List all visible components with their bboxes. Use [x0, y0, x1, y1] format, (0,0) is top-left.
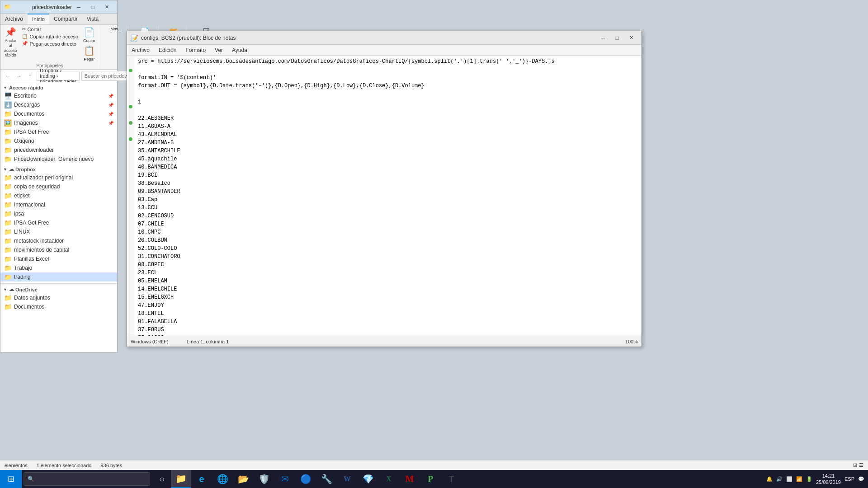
sidebar-item-metastock[interactable]: 📁 metastock instaaldor: [0, 236, 117, 245]
sidebar-item-eticket[interactable]: 📁 eticket: [0, 191, 117, 200]
documentos-icon: 📁: [4, 110, 11, 117]
tab-vista[interactable]: Vista: [82, 14, 103, 24]
ribbon-pegar-acceso-btn[interactable]: 📌 Pegar acceso directo: [20, 40, 80, 47]
sidebar-item-trading[interactable]: 📁 trading: [0, 272, 117, 282]
notepad-close-button[interactable]: ✕: [624, 32, 638, 44]
sidebar-item-documentos[interactable]: 📁 Documentos 📌: [0, 109, 117, 118]
sidebar-item-planillas[interactable]: 📁 Planillas Excel: [0, 254, 117, 263]
notepad-restore-button[interactable]: □: [610, 32, 624, 44]
close-button[interactable]: ✕: [100, 1, 113, 14]
internacional-label: Internacional: [14, 202, 113, 208]
taskbar-cortana[interactable]: ○: [154, 470, 170, 488]
minimize-button[interactable]: ─: [72, 1, 85, 14]
ipsa-icon: 📁: [4, 210, 11, 217]
linux-label: LINUX: [14, 229, 113, 235]
movimientos-label: movimientos de capital: [14, 247, 113, 253]
sidebar-item-trabajo[interactable]: 📁 Trabajo: [0, 263, 117, 272]
sidebar-item-actualizador[interactable]: 📁 actualizador perl original: [0, 173, 117, 182]
dropbox-header[interactable]: ▼ ☁ Dropbox: [0, 165, 117, 173]
taskbar-fileexplorer[interactable]: 📁: [171, 470, 191, 488]
mover-btn[interactable]: Mov...: [108, 26, 123, 32]
taskbar-app9[interactable]: 💎: [358, 470, 378, 488]
planillas-label: Planillas Excel: [14, 256, 113, 262]
quick-access-section: ▼ Acceso rápido 🖥️ Escritorio 📌 ⬇️ Desca…: [0, 84, 117, 164]
sidebar-item-datos-adjuntos[interactable]: 📁 Datos adjuntos: [0, 293, 117, 302]
sidebar-item-linux[interactable]: 📁 LINUX: [0, 227, 117, 236]
explorer-ribbon: Archivo Inicio Compartir Vista 📌 Anclar …: [0, 14, 117, 70]
taskbar-mail[interactable]: ✉: [275, 470, 295, 488]
sidebar-item-ipsa[interactable]: 📁 ipsa: [0, 209, 117, 218]
sidebar-item-pricedownloader-generic[interactable]: 📁 PriceDownloader_Generic nuevo: [0, 155, 117, 164]
notepad-icon: 📝: [131, 34, 138, 42]
taskbar-time[interactable]: 14:21 25/06/2019: [816, 473, 841, 486]
documentos-od-label: Documentos: [14, 304, 113, 310]
forward-button[interactable]: →: [14, 71, 24, 81]
sidebar-item-escritorio[interactable]: 🖥️ Escritorio 📌: [0, 91, 117, 100]
pricedownloader-label: pricedownloader: [14, 147, 113, 153]
taskbar-apps: ○ 📁 e 🌐 📂 🛡️ ✉ 🔵 🔧 W 💎: [154, 470, 461, 488]
onedrive-header[interactable]: ▼ ☁ OneDrive: [0, 286, 117, 293]
list-view-btn[interactable]: ☰: [859, 462, 863, 468]
status-selected: 1 elemento seleccionado: [37, 463, 92, 468]
menu-formato[interactable]: Formato: [181, 46, 210, 54]
taskbar-app12[interactable]: P: [420, 470, 440, 488]
tab-inicio[interactable]: Inicio: [28, 14, 49, 24]
start-button[interactable]: ⊞: [0, 470, 22, 488]
menu-edicion[interactable]: Edición: [154, 46, 181, 54]
taskbar-security[interactable]: 🛡️: [254, 470, 274, 488]
taskbar-excel[interactable]: X: [379, 470, 399, 488]
status-encoding: Windows (CRLF): [131, 339, 169, 344]
menu-ayuda[interactable]: Ayuda: [227, 46, 252, 54]
ribbon-copiar-btn[interactable]: 📄 Copiar: [81, 26, 97, 44]
ribbon-anclar-btn[interactable]: 📌 Anclar alacceso rápido: [2, 26, 19, 62]
taskbar-explorer2[interactable]: 📂: [233, 470, 253, 488]
pegar-acceso-icon: 📌: [22, 41, 28, 47]
pegar-icon: 📋: [84, 45, 95, 56]
quick-access-header[interactable]: ▼ Acceso rápido: [0, 84, 117, 91]
address-path[interactable]: Dropbox › trading › pricedownloader: [37, 71, 80, 81]
menu-ver[interactable]: Ver: [210, 46, 227, 54]
sidebar-item-ipsa-getfree[interactable]: 📁 IPSA Get Free: [0, 218, 117, 227]
ribbon-group-clipboard: 📌 Anclar alacceso rápido ✂ Cortar 📋 Copi…: [2, 26, 101, 68]
edge-icon: e: [199, 474, 204, 484]
taskbar-search-input[interactable]: [36, 476, 146, 482]
taskbar-app13[interactable]: T: [441, 470, 461, 488]
grid-view-btn[interactable]: ⊞: [853, 462, 857, 468]
notification-btn[interactable]: 💬: [858, 476, 864, 482]
sidebar-item-documentos-od[interactable]: 📁 Documentos: [0, 302, 117, 311]
sidebar-item-oxigeno[interactable]: 📁 Oxigeno: [0, 136, 117, 145]
sidebar-item-copia[interactable]: 📁 copia de seguridad: [0, 182, 117, 191]
sidebar-item-internacional[interactable]: 📁 Internacional: [0, 200, 117, 209]
taskbar-word[interactable]: W: [337, 470, 357, 488]
sidebar-item-movimientos[interactable]: 📁 movimientos de capital: [0, 245, 117, 254]
sidebar-item-pricedownloader[interactable]: 📁 pricedownloader: [0, 145, 117, 155]
imagenes-icon: 🖼️: [4, 119, 11, 127]
sidebar-item-imagenes[interactable]: 🖼️ Imágenes 📌: [0, 118, 117, 127]
ribbon-pegar-btn[interactable]: 📋 Pegar: [81, 44, 97, 62]
sidebar-item-ipsa-get-free[interactable]: 📁 IPSA Get Free: [0, 127, 117, 136]
copia-label: copia de seguridad: [14, 183, 113, 190]
back-button[interactable]: ←: [3, 71, 13, 81]
up-button[interactable]: ↑: [25, 71, 35, 81]
ribbon-cortar-btn[interactable]: ✂ Cortar: [20, 26, 80, 33]
notepad-code-area[interactable]: src = https://servicioscms.bolsadesantia…: [134, 56, 642, 336]
sidebar-item-descargas[interactable]: ⬇️ Descargas 📌: [0, 100, 117, 109]
taskbar-edge[interactable]: e: [192, 470, 212, 488]
time-display: 14:21: [816, 473, 841, 479]
tab-archivo[interactable]: Archivo: [0, 14, 28, 24]
green-dot-1: [129, 69, 132, 72]
ipsa-get-free-label: IPSA Get Free: [14, 129, 113, 135]
tray-network-icon: 🔔: [766, 476, 773, 482]
taskbar-app7[interactable]: 🔧: [316, 470, 336, 488]
tab-compartir[interactable]: Compartir: [49, 14, 82, 24]
restore-button[interactable]: □: [86, 1, 99, 14]
notepad-minimize-button[interactable]: ─: [596, 32, 610, 44]
taskbar-ie[interactable]: 🌐: [212, 470, 232, 488]
taskbar-app11[interactable]: M: [400, 470, 420, 488]
explorer-body: ▼ Acceso rápido 🖥️ Escritorio 📌 ⬇️ Desca…: [0, 82, 117, 352]
green-dot-4: [129, 137, 132, 141]
menu-archivo[interactable]: Archivo: [127, 46, 154, 54]
taskbar-chrome[interactable]: 🔵: [296, 470, 316, 488]
taskbar-search[interactable]: 🔍: [24, 472, 150, 486]
ribbon-copiar-ruta-btn[interactable]: 📋 Copiar ruta de acceso: [20, 33, 80, 40]
